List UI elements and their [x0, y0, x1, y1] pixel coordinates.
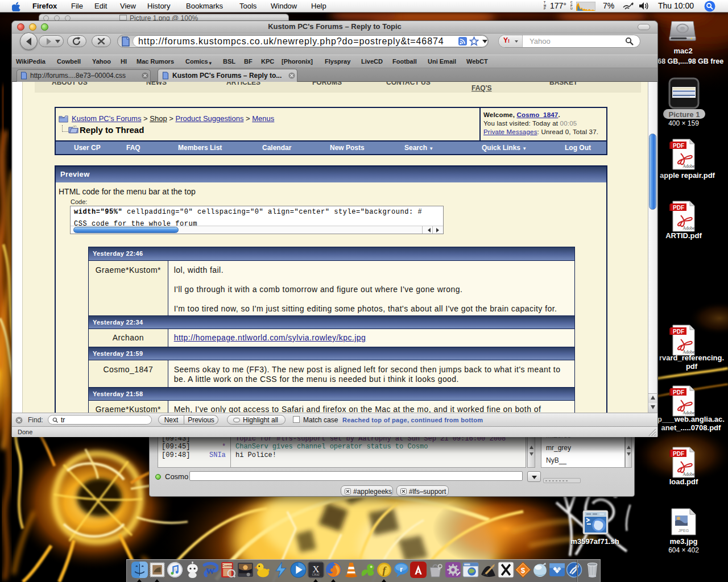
svg-text:$: $: [521, 566, 526, 575]
svg-text:W: W: [206, 566, 215, 576]
svg-text:JPEG: JPEG: [679, 529, 689, 533]
svg-text:r: r: [400, 565, 403, 573]
svg-text:Comic: Comic: [222, 563, 233, 567]
svg-text:CHAT: CHAT: [312, 573, 320, 576]
